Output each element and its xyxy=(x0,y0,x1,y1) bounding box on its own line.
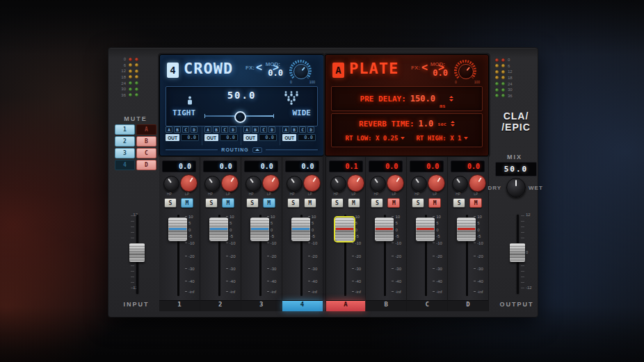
solo-button[interactable]: S xyxy=(287,198,300,208)
width-slider-handle[interactable] xyxy=(234,111,246,123)
channel-select-tab[interactable]: 4 xyxy=(282,300,323,311)
solo-button[interactable]: S xyxy=(453,198,465,208)
routing-a-button[interactable]: A xyxy=(243,126,250,133)
routing-out-button[interactable]: OUT xyxy=(282,134,296,141)
routing-out-button[interactable]: OUT xyxy=(243,134,257,141)
routing-out-button[interactable]: OUT xyxy=(204,134,218,141)
routing-b-button[interactable]: B xyxy=(174,126,181,133)
routing-level-display[interactable]: 0.0 xyxy=(181,134,199,141)
output-fader-handle[interactable] xyxy=(510,243,525,262)
routing-a-button[interactable]: A xyxy=(204,126,211,133)
solo-button[interactable]: S xyxy=(164,198,177,208)
fader-handle[interactable] xyxy=(168,217,187,241)
routing-d-button[interactable]: D xyxy=(230,126,236,133)
hp-filter-knob[interactable] xyxy=(287,176,303,192)
step-down-icon[interactable] xyxy=(449,99,453,101)
mute-matrix-button[interactable]: D xyxy=(136,160,156,170)
brand-logo: CLA/ /EPIC xyxy=(492,110,540,133)
mute-matrix-button[interactable]: 4 xyxy=(115,160,135,170)
solo-button[interactable]: S xyxy=(371,198,383,208)
red-channel-badge[interactable]: A xyxy=(332,63,344,78)
routing-b-button[interactable]: B xyxy=(213,126,220,133)
mute-matrix-button[interactable]: 1 xyxy=(115,124,135,135)
solo-button[interactable]: S xyxy=(331,198,344,208)
channel-select-tab[interactable]: 3 xyxy=(241,300,282,311)
input-fader-scale: 120-12 xyxy=(120,215,129,294)
output-fader[interactable]: 120-12 xyxy=(502,215,536,294)
fader-handle[interactable] xyxy=(291,217,310,241)
tick-icon xyxy=(474,268,476,269)
reverb-time-stepper[interactable] xyxy=(451,121,455,126)
fader-handle[interactable] xyxy=(375,217,394,241)
channel-strip: 0.0 HP LP S M 10 xyxy=(366,157,407,311)
mod-value-display[interactable]: 0.0 xyxy=(268,68,283,78)
channel-select-tab[interactable]: 2 xyxy=(200,300,241,311)
mod-value-display[interactable]: 0.0 xyxy=(433,68,448,78)
channel-select-tab[interactable]: D xyxy=(448,300,488,311)
input-fader-handle[interactable] xyxy=(129,243,145,262)
channel-select-tab[interactable]: A xyxy=(326,300,366,311)
mute-matrix-button[interactable]: B xyxy=(136,136,156,147)
routing-level-display[interactable]: 0.0 xyxy=(220,134,238,141)
routing-a-button[interactable]: A xyxy=(166,126,172,133)
hp-filter-knob[interactable] xyxy=(330,176,346,192)
pre-delay-unit: ms xyxy=(440,104,445,110)
routing-level-display[interactable]: 0.0 xyxy=(259,134,277,141)
solo-button[interactable]: S xyxy=(246,198,259,208)
hp-filter-knob[interactable] xyxy=(204,176,220,192)
channel-select-tab[interactable]: 1 xyxy=(159,300,200,311)
mod-knob[interactable] xyxy=(458,64,474,79)
routing-c-button[interactable]: C xyxy=(260,126,267,133)
pre-delay-value[interactable]: 150.0 xyxy=(410,94,435,104)
solo-button[interactable]: S xyxy=(412,198,424,208)
scale-mark: -40 xyxy=(392,279,401,283)
hp-filter-knob[interactable] xyxy=(245,176,261,192)
reverb-time-value[interactable]: 1.0 xyxy=(419,119,434,129)
mute-matrix-button[interactable]: 3 xyxy=(115,148,135,158)
width-slider[interactable] xyxy=(204,112,274,120)
channel-select-tab[interactable]: C xyxy=(407,300,447,311)
fader-handle[interactable] xyxy=(416,217,435,241)
fader-handle[interactable] xyxy=(457,217,476,241)
step-down-icon[interactable] xyxy=(451,124,455,126)
routing-d-button[interactable]: D xyxy=(268,126,275,133)
mod-knob-max-label: 100 xyxy=(474,80,480,84)
solo-button[interactable]: S xyxy=(205,198,218,208)
routing-c-button[interactable]: C xyxy=(299,126,306,133)
routing-d-button[interactable]: D xyxy=(307,126,314,133)
hp-filter-knob[interactable] xyxy=(163,176,179,192)
routing-c-button[interactable]: C xyxy=(182,126,189,133)
mix-value-display[interactable]: 50.0 xyxy=(495,162,537,176)
rt-high-dropdown[interactable]: RT HIGH: X 1 xyxy=(416,135,468,142)
mute-matrix-button[interactable]: C xyxy=(136,148,156,158)
mod-knob[interactable] xyxy=(293,64,309,79)
fader-handle[interactable] xyxy=(250,217,269,241)
routing-b-button[interactable]: B xyxy=(252,126,259,133)
routing-out-button[interactable]: OUT xyxy=(166,134,179,141)
hp-filter-knob[interactable] xyxy=(411,176,427,192)
mute-matrix-button[interactable]: A xyxy=(136,124,156,135)
mod-label: MOD: xyxy=(266,61,280,67)
fader-handle[interactable] xyxy=(209,217,228,241)
routing-a-button[interactable]: A xyxy=(282,126,289,133)
input-fader[interactable]: 120-12 xyxy=(120,215,153,294)
rt-low-dropdown[interactable]: RT LOW: X 0.25 xyxy=(346,135,405,142)
mix-knob[interactable] xyxy=(506,178,526,197)
channel-select-tab[interactable]: B xyxy=(366,300,406,311)
routing-b-button[interactable]: B xyxy=(291,126,298,133)
mute-matrix-button[interactable]: 2 xyxy=(115,136,135,147)
fader-handle[interactable] xyxy=(335,217,354,241)
routing-c-button[interactable]: C xyxy=(221,126,228,133)
pre-delay-stepper[interactable] xyxy=(449,96,453,101)
blue-channel-badge[interactable]: 4 xyxy=(167,63,179,78)
step-up-icon[interactable] xyxy=(451,121,455,123)
step-up-icon[interactable] xyxy=(449,96,453,98)
hp-label: HP xyxy=(334,192,339,196)
scale-mark: -30 xyxy=(352,266,362,271)
routing-d-button[interactable]: D xyxy=(191,126,198,133)
output-fader-scale: 120-12 xyxy=(526,215,536,294)
hp-filter-knob[interactable] xyxy=(452,176,468,192)
routing-collapse-button[interactable] xyxy=(252,147,262,153)
hp-filter-knob[interactable] xyxy=(370,176,386,192)
routing-level-display[interactable]: 0.0 xyxy=(298,134,316,141)
